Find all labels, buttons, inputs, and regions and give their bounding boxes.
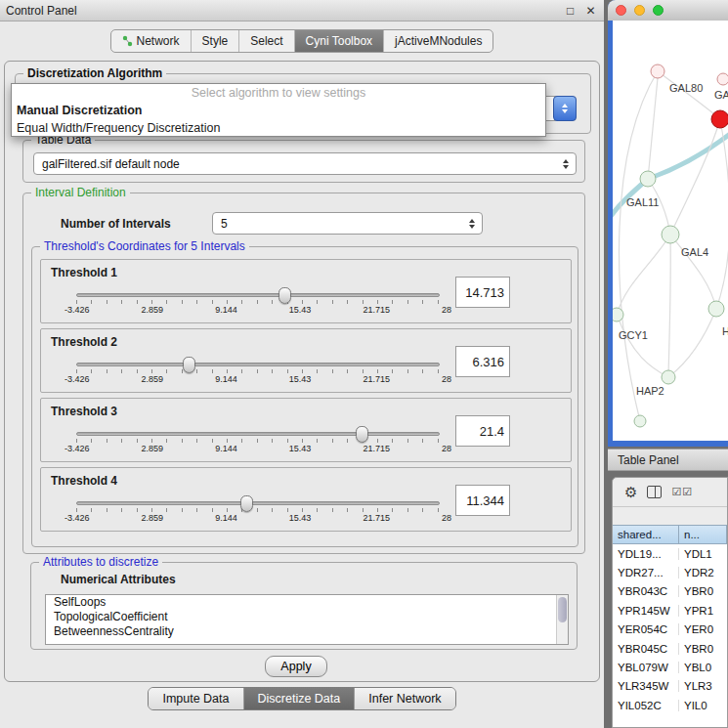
apply-button[interactable]: Apply	[265, 656, 327, 677]
numerical-attributes-listbox[interactable]: SelfLoopsTopologicalCoefficientBetweenne…	[45, 594, 569, 645]
threshold-1-value-field[interactable]: 14.713	[455, 277, 510, 308]
threshold-2-value-field[interactable]: 6.316	[455, 346, 510, 377]
table-cell[interactable]: YBR0	[679, 585, 727, 597]
tab-infer-network[interactable]: Infer Network	[354, 688, 454, 709]
table-cell[interactable]: YBR045C	[613, 643, 679, 655]
tab-select[interactable]: Select	[238, 30, 293, 52]
slider-thumb[interactable]	[356, 426, 368, 443]
slider-thumb[interactable]	[278, 287, 291, 304]
network-edge[interactable]	[620, 71, 658, 421]
numerical-attribute-item[interactable]: SelfLoops	[46, 595, 568, 610]
table-cell[interactable]: YIL0	[679, 700, 727, 711]
tab-jactivemnodules-label: jActiveMNodules	[395, 34, 482, 48]
table-row[interactable]: YLR345WYLR3	[613, 677, 727, 696]
tick-label: 9.144	[215, 305, 237, 315]
tab-cyni-toolbox[interactable]: Cyni Toolbox	[294, 30, 383, 52]
tick-label: 9.144	[215, 444, 237, 453]
combo-arrows-icon[interactable]	[469, 219, 475, 229]
table-row[interactable]: YPR145WYPR1	[613, 601, 727, 620]
network-edge[interactable]	[670, 119, 720, 235]
tab-impute-data[interactable]: Impute Data	[149, 688, 242, 709]
table-row[interactable]: YDL19...YDL1	[613, 544, 727, 563]
network-node[interactable]	[711, 110, 728, 128]
network-node[interactable]	[651, 64, 664, 78]
network-node[interactable]	[662, 370, 675, 384]
table-cell[interactable]: YLR345W	[613, 680, 679, 692]
threshold-3-slider[interactable]: -3.4262.8599.14415.4321.71528	[64, 425, 451, 453]
network-edge[interactable]	[668, 235, 670, 377]
tab-network[interactable]: Network	[111, 30, 191, 52]
network-edge[interactable]	[658, 71, 720, 119]
table-cell[interactable]: YIL052C	[613, 700, 679, 711]
table-cell[interactable]: YBR0	[679, 643, 727, 655]
numerical-attribute-item[interactable]: BetweennessCentrality	[46, 624, 568, 639]
network-node[interactable]	[717, 73, 728, 85]
zoom-traffic-light-icon[interactable]	[653, 5, 664, 16]
table-row[interactable]: YIL052CYIL0	[613, 696, 727, 714]
table-cell[interactable]: YPR1	[679, 605, 727, 617]
list-scrollbar[interactable]	[556, 595, 568, 644]
table-cell[interactable]: YER054C	[613, 623, 679, 635]
close-icon[interactable]: ✕	[583, 3, 598, 18]
slider-thumb[interactable]	[183, 357, 195, 373]
network-node[interactable]	[708, 301, 724, 317]
combo-arrows-icon[interactable]	[563, 159, 569, 169]
float-window-icon[interactable]: □	[563, 3, 578, 18]
dropdown-option-equal-width-frequency[interactable]: Equal Width/Frequency Discretization	[12, 119, 545, 137]
table-cell[interactable]: YER0	[679, 623, 727, 635]
slider-track[interactable]	[76, 432, 440, 436]
threshold-1-slider[interactable]: -3.4262.8599.14415.4321.71528	[64, 286, 451, 315]
network-node[interactable]	[634, 415, 646, 427]
network-node[interactable]	[662, 226, 679, 243]
network-edge[interactable]	[716, 119, 728, 309]
table-data-combobox[interactable]: galFiltered.sif default node	[33, 152, 577, 175]
tick-label: 28	[442, 374, 451, 384]
network-node[interactable]	[640, 171, 656, 187]
combo-arrows-icon[interactable]	[553, 96, 577, 121]
table-row[interactable]: YDR27...YDR2	[613, 563, 727, 581]
network-edge[interactable]	[668, 309, 716, 377]
threshold-4-value-field[interactable]: 11.344	[455, 485, 510, 516]
table-cell[interactable]: YPR145W	[613, 605, 679, 617]
table-row[interactable]: YER054CYER0	[613, 621, 727, 639]
select-columns-checkbox-icons[interactable]: ☑☑	[671, 486, 693, 498]
threshold-2-slider[interactable]: -3.4262.8599.14415.4321.71528	[64, 356, 451, 384]
table-row[interactable]: YBR045CYBR0	[613, 639, 727, 658]
network-edge[interactable]	[648, 78, 658, 179]
list-scrollbar-thumb[interactable]	[558, 597, 567, 622]
network-canvas[interactable]: GAL80GAGAL11GAL4GCY1HHAP2	[613, 21, 728, 441]
slider-track[interactable]	[76, 501, 440, 505]
network-edge[interactable]	[617, 235, 670, 315]
header-cell-name[interactable]: n...	[679, 525, 727, 544]
table-cell[interactable]: YDL19...	[613, 548, 679, 560]
number-of-intervals-combobox[interactable]: 5	[212, 212, 483, 235]
network-node[interactable]	[613, 308, 623, 321]
dropdown-placeholder-item[interactable]: Select algorithm to view settings	[12, 84, 545, 102]
tab-discretize-data[interactable]: Discretize Data	[243, 688, 355, 709]
slider-track[interactable]	[76, 363, 440, 366]
threshold-4-slider[interactable]: -3.4262.8599.14415.4321.71528	[64, 494, 451, 523]
table-cell[interactable]: YDR27...	[613, 567, 679, 578]
header-cell-shared-name[interactable]: shared...	[613, 525, 679, 544]
settings-gear-icon[interactable]: ⚙	[624, 484, 637, 501]
tab-jactivemnodules[interactable]: jActiveMNodules	[383, 30, 492, 52]
numerical-attribute-item[interactable]: TopologicalCoefficient	[46, 610, 568, 624]
table-cell[interactable]: YBL079W	[613, 662, 679, 673]
table-row[interactable]: YBR043CYBR0	[613, 582, 727, 601]
table-cell[interactable]: YDL1	[679, 548, 727, 560]
columns-icon[interactable]	[647, 486, 662, 498]
minimize-traffic-light-icon[interactable]	[634, 5, 645, 16]
table-cell[interactable]: YBL0	[679, 662, 727, 673]
network-edge[interactable]	[617, 315, 668, 377]
tab-style[interactable]: Style	[191, 30, 239, 52]
table-cell[interactable]: YBR043C	[613, 585, 679, 597]
table-row[interactable]: YBL079WYBL0	[613, 658, 727, 676]
network-edge[interactable]	[648, 134, 728, 179]
table-cell[interactable]: YDR2	[679, 567, 727, 578]
dropdown-option-manual-discretization[interactable]: Manual Discretization	[12, 102, 545, 119]
table-cell[interactable]: YLR3	[679, 680, 727, 692]
slider-thumb[interactable]	[240, 495, 253, 512]
threshold-3-value-field[interactable]: 21.4	[455, 415, 510, 447]
slider-track[interactable]	[76, 293, 440, 297]
close-traffic-light-icon[interactable]	[616, 5, 626, 16]
